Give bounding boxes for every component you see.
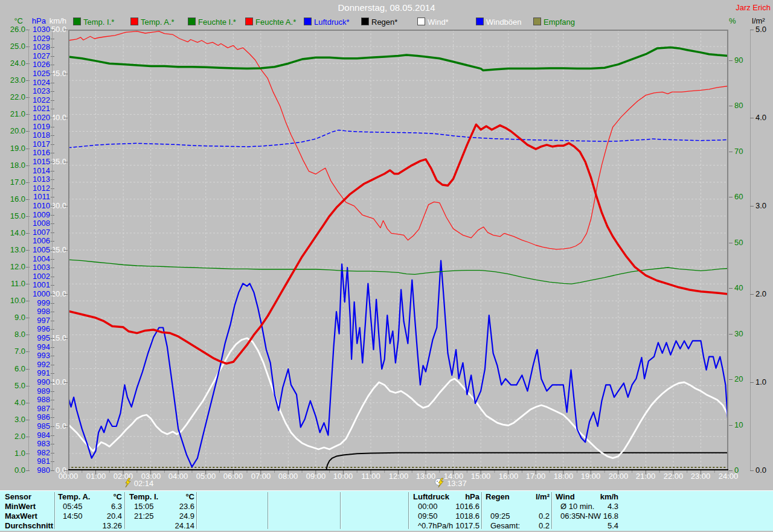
y-axis-tick <box>51 356 54 356</box>
legend-item-tempi[interactable]: Temp. I.* <box>74 18 129 26</box>
y-axis-label: 80 <box>734 101 743 110</box>
y-axis-tick <box>51 321 54 321</box>
legend-label: Wind* <box>428 18 449 27</box>
y-axis-tick <box>26 165 30 166</box>
table-cell: 13.26 <box>58 522 122 530</box>
marker-time-label: 02:14 <box>134 479 154 488</box>
y-axis-tick <box>26 403 30 403</box>
y-axis-label: 20 <box>734 375 743 383</box>
legend-item-windböen[interactable]: Windböen <box>476 18 532 26</box>
x-axis-label: 24:00 <box>716 472 741 481</box>
y-axis-label: 1006 <box>0 237 50 245</box>
y-axis-tick <box>51 453 54 453</box>
y-axis-tick <box>51 47 54 48</box>
y-axis-label: 1004 <box>0 255 50 263</box>
y-axis-label: 986 <box>0 413 50 421</box>
y-axis-tick <box>51 365 54 365</box>
legend-item-luftdruck[interactable]: Luftdruck* <box>304 18 360 26</box>
y-axis-label: 988 <box>0 396 50 404</box>
y-axis-label: 1008 <box>0 219 50 228</box>
y-axis-tick <box>51 30 54 30</box>
axis-unit-kmh: km/h <box>0 17 66 25</box>
y-axis-tick <box>51 303 54 304</box>
y-axis-label: 45.0 <box>0 69 66 78</box>
page-title: Donnerstag, 08.05.2014 <box>242 4 531 12</box>
y-axis-label: 1027 <box>0 52 50 60</box>
y-axis-label: 90 <box>734 56 743 65</box>
legend-label: Regen* <box>371 18 397 27</box>
legend-item-tempa[interactable]: Temp. A.* <box>131 18 187 26</box>
y-axis-tick <box>64 250 68 251</box>
axis-line <box>750 30 751 470</box>
y-axis-label: 25.0 <box>0 246 66 254</box>
legend-swatch <box>131 18 138 25</box>
y-axis-tick <box>64 470 68 471</box>
y-axis-label: 20.0 <box>0 290 66 298</box>
y-axis-label: 40 <box>734 284 743 292</box>
legend-label: Luftdruck* <box>314 18 350 27</box>
legend-item-wind[interactable]: Wind* <box>418 18 473 26</box>
y-axis-label: 1.0 <box>755 378 766 386</box>
y-axis-label: 987 <box>0 405 50 413</box>
y-axis-tick <box>51 153 54 153</box>
y-axis-tick <box>26 318 30 318</box>
y-axis-tick <box>51 250 54 251</box>
y-axis-label: 1028 <box>0 43 50 51</box>
y-axis-label: 998 <box>0 307 50 316</box>
y-axis-tick <box>26 301 30 301</box>
y-axis-tick <box>51 223 54 224</box>
y-axis-label: 983 <box>0 440 50 448</box>
y-axis-label: 1019 <box>0 123 50 131</box>
x-axis-label: 07:00 <box>248 472 274 481</box>
table-divider-highlight <box>197 492 197 529</box>
y-axis-tick <box>51 91 54 92</box>
y-axis-tick <box>51 347 54 348</box>
y-axis-label: 1016 <box>0 149 50 157</box>
y-axis-tick <box>26 46 30 47</box>
y-axis-tick <box>26 420 30 420</box>
y-axis-label: 993 <box>0 351 50 360</box>
legend-label: Temp. A.* <box>141 18 175 27</box>
legend-item-empfang[interactable]: Empfang <box>534 18 589 26</box>
y-axis-label: 15.0 <box>0 334 66 342</box>
y-axis-tick <box>51 144 54 145</box>
table-cell: 5.4 <box>556 522 618 530</box>
legend-item-feuchtei[interactable]: Feuchte I.* <box>188 18 244 26</box>
table-cell: Durchschnitt <box>5 522 53 530</box>
y-axis-label: 1021 <box>0 104 50 113</box>
y-axis-tick <box>729 106 733 106</box>
table-cell: 4.3 <box>556 502 618 511</box>
y-axis-tick <box>26 114 30 115</box>
legend-item-regen[interactable]: Regen* <box>362 18 417 26</box>
x-axis-label: 23:00 <box>688 472 713 481</box>
legend-swatch <box>74 18 80 25</box>
y-axis-label: 1023 <box>0 87 50 95</box>
y-axis-tick <box>26 97 30 98</box>
y-axis-tick <box>750 470 754 471</box>
y-axis-label: 40.0 <box>0 114 66 122</box>
legend-label: Feuchte I.* <box>198 18 236 27</box>
y-axis-tick <box>51 127 54 127</box>
table-cell: l/m² <box>486 493 550 501</box>
y-axis-tick <box>729 197 733 197</box>
table-divider-highlight <box>552 492 553 529</box>
x-axis-label: 08:00 <box>275 472 301 481</box>
axis-unit-lm2: l/m² <box>752 17 765 25</box>
y-axis-tick <box>729 425 733 426</box>
y-axis-tick <box>26 437 30 437</box>
y-axis-tick <box>51 268 54 268</box>
y-axis-label: 2.0 <box>755 290 766 298</box>
table-divider-highlight <box>341 492 341 529</box>
table-cell: MinWert <box>5 502 36 511</box>
x-axis-label: 16:00 <box>496 472 521 481</box>
y-axis-tick <box>51 426 54 427</box>
legend-label: Empfang <box>544 18 575 27</box>
y-axis-label: 1009 <box>0 211 50 219</box>
legend-swatch <box>188 18 195 25</box>
y-axis-tick <box>750 294 754 295</box>
y-axis-label: 982 <box>0 449 50 457</box>
y-axis-tick <box>64 118 68 118</box>
y-axis-tick <box>51 206 54 207</box>
y-axis-tick <box>51 162 54 162</box>
legend-item-feuchtea[interactable]: Feuchte A.* <box>246 18 301 26</box>
